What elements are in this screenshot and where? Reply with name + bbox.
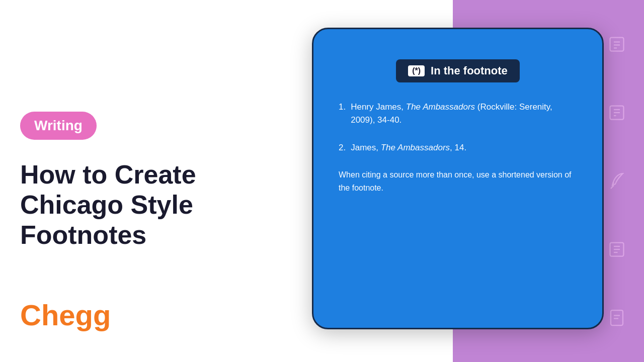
main-title: How to Create Chicago Style Footnotes bbox=[20, 160, 272, 250]
list-icon bbox=[600, 10, 634, 78]
citation-number-2: 2. bbox=[339, 141, 346, 154]
citation-number-1: 1. bbox=[339, 101, 346, 127]
writing-badge: Writing bbox=[20, 112, 97, 140]
list7-icon bbox=[600, 215, 634, 284]
blue-card: (*) In the footnote 1. Henry James, The … bbox=[312, 28, 604, 329]
title-line3: Footnotes bbox=[20, 220, 146, 249]
svg-rect-11 bbox=[610, 38, 624, 51]
asterisk-badge: (*) bbox=[408, 65, 425, 76]
citation-item-1: 1. Henry James, The Ambassadors (Rockvil… bbox=[339, 101, 577, 127]
svg-rect-68 bbox=[611, 310, 623, 325]
footnote-header-title: In the footnote bbox=[431, 64, 508, 77]
chegg-logo: Chegg bbox=[20, 298, 111, 332]
citation-item-2: 2. James, The Ambassadors, 14. bbox=[339, 141, 577, 154]
footnote-header: (*) In the footnote bbox=[396, 59, 520, 82]
title-line1: How to Create bbox=[20, 160, 196, 189]
citation-list: 1. Henry James, The Ambassadors (Rockvil… bbox=[339, 101, 577, 154]
list4-icon bbox=[600, 78, 634, 147]
document5-icon bbox=[600, 284, 634, 352]
citation-text-2: James, The Ambassadors, 14. bbox=[351, 141, 466, 154]
note-text: When citing a source more than once, use… bbox=[339, 168, 577, 194]
title-line2: Chicago Style bbox=[20, 190, 193, 219]
quill4-icon bbox=[600, 147, 634, 215]
citation-text-1: Henry James, The Ambassadors (Rockville:… bbox=[351, 101, 577, 127]
